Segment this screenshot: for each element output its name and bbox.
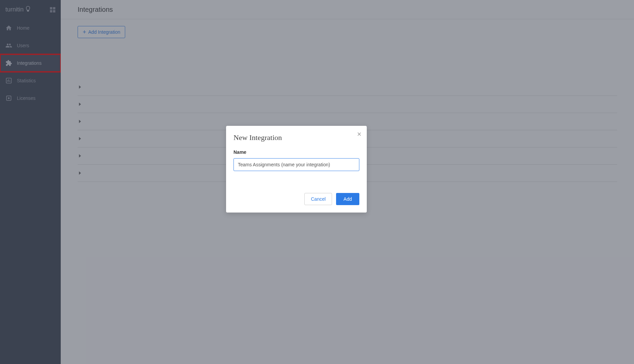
cancel-button[interactable]: Cancel [304, 193, 332, 205]
close-button[interactable]: × [357, 131, 361, 138]
name-label: Name [233, 149, 359, 155]
integration-name-input[interactable] [233, 158, 359, 171]
new-integration-modal: × New Integration Name Cancel Add [226, 126, 367, 213]
modal-actions: Cancel Add [233, 193, 359, 205]
add-button[interactable]: Add [336, 193, 359, 205]
close-icon: × [357, 130, 361, 138]
modal-title: New Integration [233, 133, 359, 142]
